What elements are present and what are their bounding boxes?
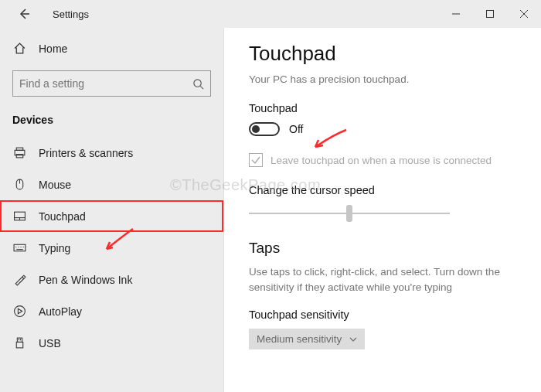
sidebar-item-label: Pen & Windows Ink bbox=[39, 274, 132, 286]
slider-thumb[interactable] bbox=[346, 205, 352, 222]
svg-rect-21 bbox=[17, 338, 22, 342]
slider-label: Change the cursor speed bbox=[249, 184, 519, 196]
page-title: Touchpad bbox=[249, 42, 519, 66]
sidebar-item-printers[interactable]: Printers & scanners bbox=[0, 137, 223, 169]
pen-icon bbox=[12, 273, 26, 286]
back-button[interactable] bbox=[12, 5, 36, 22]
svg-point-20 bbox=[14, 306, 25, 317]
search-box[interactable] bbox=[12, 70, 211, 97]
sidebar-item-label: Typing bbox=[39, 242, 70, 254]
svg-point-4 bbox=[194, 79, 201, 86]
search-input[interactable] bbox=[19, 77, 192, 90]
page-subtitle: Your PC has a precision touchpad. bbox=[249, 73, 519, 85]
touchpad-icon bbox=[12, 210, 26, 223]
sidebar-item-typing[interactable]: Typing bbox=[0, 232, 223, 264]
dropdown-value: Medium sensitivity bbox=[257, 333, 342, 345]
sensitivity-dropdown[interactable]: Medium sensitivity bbox=[249, 329, 365, 349]
cursor-speed-slider[interactable] bbox=[249, 204, 450, 223]
checkbox-icon bbox=[249, 153, 263, 167]
sidebar-item-mouse[interactable]: Mouse bbox=[0, 169, 223, 200]
svg-rect-14 bbox=[14, 244, 26, 251]
search-icon bbox=[192, 78, 204, 90]
sidebar-item-label: AutoPlay bbox=[39, 305, 82, 318]
sidebar-item-label: Mouse bbox=[39, 179, 71, 191]
checkbox-label: Leave touchpad on when a mouse is connec… bbox=[270, 155, 492, 166]
window-title: Settings bbox=[53, 9, 89, 20]
home-icon bbox=[12, 42, 26, 55]
minimize-button[interactable] bbox=[439, 0, 473, 28]
sidebar: Home Devices Printers & scanners Mou bbox=[0, 28, 224, 392]
close-button[interactable] bbox=[507, 0, 541, 28]
sidebar-item-touchpad[interactable]: Touchpad bbox=[0, 200, 223, 232]
mouse-icon bbox=[12, 178, 26, 191]
keyboard-icon bbox=[12, 241, 26, 254]
toggle-state-text: Off bbox=[289, 123, 303, 135]
toggle-label: Touchpad bbox=[249, 102, 519, 114]
titlebar: Settings bbox=[0, 0, 541, 28]
svg-rect-1 bbox=[487, 11, 494, 18]
maximize-button[interactable] bbox=[473, 0, 507, 28]
section-desc-taps: Use taps to click, right-click, and sele… bbox=[249, 264, 512, 295]
svg-line-5 bbox=[200, 86, 203, 89]
toggle-knob bbox=[252, 125, 260, 133]
sidebar-item-label: Home bbox=[39, 43, 67, 55]
sidebar-item-usb[interactable]: USB bbox=[0, 327, 223, 359]
section-title-taps: Taps bbox=[249, 240, 519, 257]
chevron-down-icon bbox=[349, 337, 357, 342]
svg-rect-22 bbox=[16, 342, 23, 347]
sensitivity-label: Touchpad sensitivity bbox=[249, 308, 519, 321]
usb-icon bbox=[12, 336, 26, 349]
leave-on-checkbox-row[interactable]: Leave touchpad on when a mouse is connec… bbox=[249, 153, 519, 167]
sidebar-category: Devices bbox=[0, 111, 223, 137]
sidebar-item-home[interactable]: Home bbox=[0, 36, 223, 61]
printer-icon bbox=[12, 146, 26, 159]
sidebar-item-label: Printers & scanners bbox=[39, 147, 133, 159]
touchpad-toggle[interactable] bbox=[249, 122, 280, 136]
sidebar-item-label: USB bbox=[39, 337, 61, 349]
svg-rect-7 bbox=[16, 148, 23, 150]
sidebar-item-autoplay[interactable]: AutoPlay bbox=[0, 295, 223, 327]
autoplay-icon bbox=[12, 305, 26, 318]
content-pane: Touchpad Your PC has a precision touchpa… bbox=[224, 28, 541, 392]
sidebar-item-label: Touchpad bbox=[39, 210, 86, 223]
sidebar-item-pen[interactable]: Pen & Windows Ink bbox=[0, 264, 223, 295]
